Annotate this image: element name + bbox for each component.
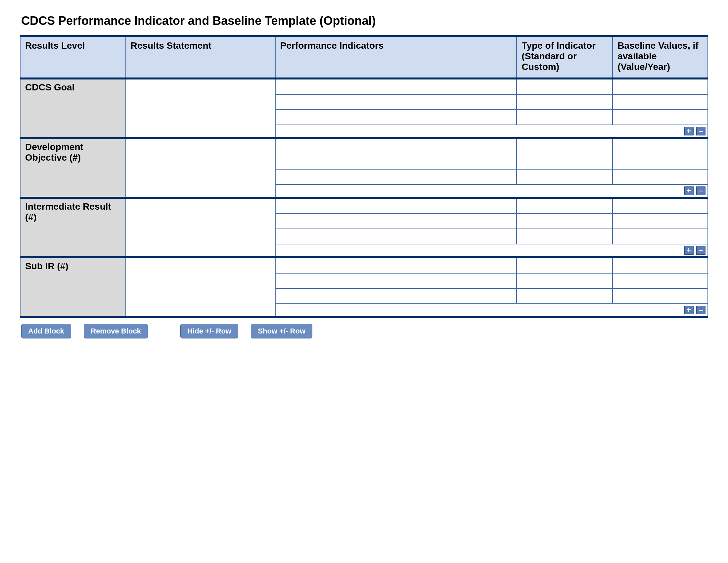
show-row-button[interactable]: Show +/- Row <box>251 324 312 339</box>
table-row: CDCS Goal <box>20 78 708 94</box>
indicator-cell[interactable] <box>275 229 517 244</box>
baseline-cell[interactable] <box>613 138 708 154</box>
level-intermediate-result: Intermediate Result (#) <box>20 198 126 257</box>
type-cell[interactable] <box>517 154 613 169</box>
baseline-cell[interactable] <box>613 273 708 289</box>
indicator-cell[interactable] <box>275 289 517 304</box>
header-baseline-values: Baseline Values, if available (Value/Yea… <box>613 36 708 78</box>
statement-cdcs-goal[interactable] <box>126 78 275 138</box>
remove-row-button[interactable]: – <box>696 246 705 255</box>
indicators-table: Results Level Results Statement Performa… <box>20 35 708 318</box>
remove-row-button[interactable]: – <box>696 186 705 195</box>
type-cell[interactable] <box>517 94 613 110</box>
level-development-objective: Development Objective (#) <box>20 138 126 198</box>
table-header-row: Results Level Results Statement Performa… <box>20 36 708 78</box>
type-cell[interactable] <box>517 273 613 289</box>
remove-row-button[interactable]: – <box>696 127 705 135</box>
type-cell[interactable] <box>517 138 613 154</box>
header-results-level: Results Level <box>20 36 126 78</box>
row-controls-cell: + – <box>275 304 708 317</box>
baseline-cell[interactable] <box>613 289 708 304</box>
baseline-cell[interactable] <box>613 154 708 169</box>
remove-block-button[interactable]: Remove Block <box>84 324 148 339</box>
indicator-cell[interactable] <box>275 138 517 154</box>
action-buttons: Add Block Remove Block Hide +/- Row Show… <box>21 324 708 339</box>
type-cell[interactable] <box>517 229 613 244</box>
statement-sub-ir[interactable] <box>126 257 275 317</box>
add-block-button[interactable]: Add Block <box>21 324 71 339</box>
indicator-cell[interactable] <box>275 198 517 213</box>
level-cdcs-goal: CDCS Goal <box>20 78 126 138</box>
type-cell[interactable] <box>517 169 613 184</box>
type-cell[interactable] <box>517 78 613 94</box>
baseline-cell[interactable] <box>613 78 708 94</box>
baseline-cell[interactable] <box>613 110 708 125</box>
type-cell[interactable] <box>517 110 613 125</box>
header-performance-indicators: Performance Indicators <box>275 36 517 78</box>
add-row-button[interactable]: + <box>684 127 694 135</box>
type-cell[interactable] <box>517 213 613 229</box>
indicator-cell[interactable] <box>275 110 517 125</box>
remove-row-button[interactable]: – <box>696 306 705 314</box>
statement-development-objective[interactable] <box>126 138 275 198</box>
indicator-cell[interactable] <box>275 213 517 229</box>
page-title: CDCS Performance Indicator and Baseline … <box>21 14 708 28</box>
type-cell[interactable] <box>517 257 613 273</box>
baseline-cell[interactable] <box>613 213 708 229</box>
type-cell[interactable] <box>517 289 613 304</box>
add-row-button[interactable]: + <box>684 246 694 255</box>
baseline-cell[interactable] <box>613 94 708 110</box>
header-results-statement: Results Statement <box>126 36 275 78</box>
row-controls-cell: + – <box>275 184 708 198</box>
table-row: Sub IR (#) <box>20 257 708 273</box>
indicator-cell[interactable] <box>275 94 517 110</box>
baseline-cell[interactable] <box>613 198 708 213</box>
header-type-of-indicator: Type of Indicator (Standard or Custom) <box>517 36 613 78</box>
indicator-cell[interactable] <box>275 273 517 289</box>
type-cell[interactable] <box>517 198 613 213</box>
row-controls-cell: + – <box>275 125 708 138</box>
table-row: Intermediate Result (#) <box>20 198 708 213</box>
indicator-cell[interactable] <box>275 169 517 184</box>
hide-row-button[interactable]: Hide +/- Row <box>180 324 238 339</box>
row-controls-cell: + – <box>275 244 708 257</box>
statement-intermediate-result[interactable] <box>126 198 275 257</box>
level-sub-ir: Sub IR (#) <box>20 257 126 317</box>
indicator-cell[interactable] <box>275 257 517 273</box>
baseline-cell[interactable] <box>613 257 708 273</box>
indicator-cell[interactable] <box>275 154 517 169</box>
table-row: Development Objective (#) <box>20 138 708 154</box>
add-row-button[interactable]: + <box>684 306 694 314</box>
baseline-cell[interactable] <box>613 169 708 184</box>
baseline-cell[interactable] <box>613 229 708 244</box>
indicator-cell[interactable] <box>275 78 517 94</box>
add-row-button[interactable]: + <box>684 186 694 195</box>
